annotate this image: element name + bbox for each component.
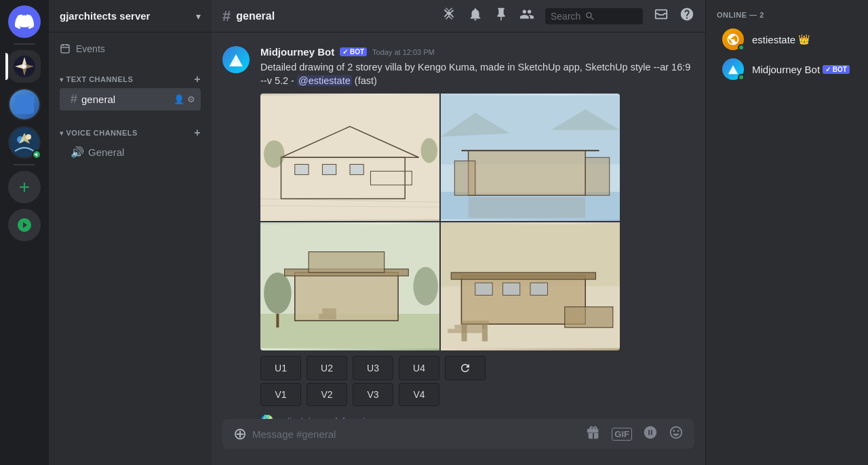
- image-1[interactable]: [260, 94, 439, 222]
- upscale-2-button[interactable]: U2: [307, 356, 347, 380]
- sidebar-separator-2: [14, 164, 35, 165]
- channel-name-general-voice: General: [88, 146, 195, 158]
- svg-rect-22: [350, 164, 363, 174]
- message-input-area: ⊕ Message #general GIF: [212, 419, 705, 465]
- variation-1-button[interactable]: V1: [260, 383, 301, 406]
- server-avatar-gjarchitects: [8, 50, 41, 83]
- upscale-1-button[interactable]: U1: [260, 356, 301, 380]
- discord-home-icon[interactable]: [8, 5, 41, 38]
- text-channels-header[interactable]: ▾ TEXT CHANNELS +: [54, 70, 206, 88]
- member-name-midjourney: Midjourney Bot: [752, 64, 820, 75]
- voice-active-badge: [32, 150, 41, 159]
- add-server-button[interactable]: +: [8, 171, 41, 203]
- svg-rect-48: [451, 272, 595, 279]
- search-bar[interactable]: Search: [545, 8, 643, 24]
- discover-servers-button[interactable]: [8, 209, 41, 241]
- svg-rect-43: [276, 314, 279, 327]
- notifications-icon[interactable]: [468, 7, 483, 25]
- variation-4-button[interactable]: V4: [399, 383, 439, 406]
- bot-badge-1: ✓ BOT: [340, 47, 367, 56]
- channel-header-name: general: [236, 10, 275, 22]
- inbox-icon[interactable]: [654, 7, 669, 25]
- svg-point-44: [413, 267, 438, 306]
- text-channels-category: ▾ TEXT CHANNELS + # general 👤 ⚙: [49, 60, 212, 113]
- upscale-4-button[interactable]: U4: [399, 356, 439, 380]
- channel-hash-icon: #: [222, 7, 231, 25]
- refresh-button[interactable]: [445, 356, 486, 380]
- message-group-1: Midjourney Bot ✓ BOT Today at 12:03 PM D…: [212, 43, 705, 409]
- image-3[interactable]: [260, 222, 439, 350]
- action-buttons-2: V1 V2 V3 V4: [260, 383, 620, 406]
- member-permissions-icon[interactable]: 👤: [174, 94, 184, 104]
- variation-3-button[interactable]: V3: [353, 383, 393, 406]
- svg-rect-54: [448, 329, 482, 333]
- message-header-1: Midjourney Bot ✓ BOT Today at 12:03 PM: [260, 46, 694, 58]
- pinned-messages-icon[interactable]: [494, 7, 509, 25]
- right-sidebar: ONLINE — 2 estiestate 👑: [705, 0, 868, 465]
- online-dot-midjourney: [738, 74, 745, 81]
- channel-name-general: general: [81, 94, 170, 105]
- online-header: ONLINE — 2: [706, 11, 868, 24]
- voice-channels-header[interactable]: ▾ VOICE CHANNELS +: [54, 124, 206, 142]
- image-2[interactable]: [441, 94, 620, 222]
- sidebar-item-gjarchitects[interactable]: [8, 50, 41, 83]
- voice-channels-label: VOICE CHANNELS: [66, 129, 138, 137]
- message-input-box: ⊕ Message #general GIF: [222, 419, 694, 449]
- text-channel-icon: #: [71, 92, 77, 106]
- add-text-channel-button[interactable]: +: [194, 73, 201, 85]
- add-attachment-button[interactable]: ⊕: [233, 424, 247, 443]
- member-avatar-estiestate: [722, 28, 744, 50]
- svg-rect-21: [322, 164, 336, 174]
- member-item-midjourney-bot[interactable]: Midjourney Bot ✓ BOT: [711, 54, 863, 84]
- member-item-estiestate[interactable]: estiestate 👑: [711, 24, 863, 54]
- estiestate-emoji: 🌍: [260, 414, 274, 419]
- avatar-midjourney: [222, 46, 250, 73]
- channel-item-general[interactable]: # general 👤 ⚙: [60, 88, 201, 110]
- emoji-picker-button[interactable]: [669, 425, 684, 443]
- sidebar-item-server2[interactable]: [8, 88, 41, 121]
- channel-sidebar: gjarchitects server ▾ Events ▾ TEXT CHAN…: [49, 0, 212, 465]
- gif-button[interactable]: GIF: [612, 428, 632, 441]
- member-name-estiestate: estiestate: [752, 34, 795, 45]
- settings-icon[interactable]: ⚙: [187, 94, 195, 104]
- help-icon[interactable]: [679, 7, 694, 25]
- svg-point-42: [264, 272, 292, 314]
- chat-header-actions: Search: [442, 7, 694, 25]
- gift-icon[interactable]: [586, 425, 601, 443]
- svg-point-5: [22, 64, 26, 68]
- svg-rect-39: [309, 252, 384, 272]
- threads-icon[interactable]: [442, 7, 457, 25]
- events-item[interactable]: Events: [49, 38, 212, 60]
- svg-rect-40: [319, 314, 336, 319]
- variation-2-button[interactable]: V2: [307, 383, 347, 406]
- message-input-actions: GIF: [586, 425, 684, 443]
- svg-rect-57: [530, 283, 547, 295]
- svg-point-19: [421, 138, 437, 163]
- text-channels-label: TEXT CHANNELS: [66, 75, 134, 83]
- crown-icon: 👑: [798, 34, 810, 45]
- svg-rect-56: [502, 283, 519, 295]
- image-4[interactable]: [441, 222, 620, 350]
- category-arrow-voice: ▾: [60, 129, 64, 137]
- server-avatar-2: [8, 88, 41, 121]
- message-input[interactable]: Message #general: [252, 428, 580, 440]
- message-content-1: Midjourney Bot ✓ BOT Today at 12:03 PM D…: [260, 46, 694, 406]
- channel-item-general-voice[interactable]: 🔊 General: [60, 142, 201, 163]
- server-header[interactable]: gjarchitects server ▾: [49, 0, 212, 33]
- sidebar-item-server3[interactable]: [8, 126, 41, 159]
- svg-rect-52: [461, 321, 489, 325]
- server-sidebar: +: [0, 0, 49, 465]
- notice-message: 🌍 estiestate used /imagine: [212, 409, 705, 419]
- server-name: gjarchitects server: [60, 10, 150, 22]
- online-dot-estiestate: [738, 44, 745, 51]
- member-avatar-midjourney-bot: [722, 58, 744, 80]
- voice-channel-icon: 🔊: [71, 146, 84, 159]
- channel-list: Events ▾ TEXT CHANNELS + # general 👤 ⚙: [49, 33, 212, 465]
- members-icon[interactable]: [519, 7, 534, 25]
- add-voice-channel-button[interactable]: +: [194, 127, 201, 139]
- svg-rect-37: [295, 272, 398, 321]
- upscale-3-button[interactable]: U3: [353, 356, 393, 380]
- mention-1: @estiestate: [297, 75, 352, 86]
- sticker-icon[interactable]: [643, 425, 658, 443]
- main-content: # general Search: [212, 0, 705, 465]
